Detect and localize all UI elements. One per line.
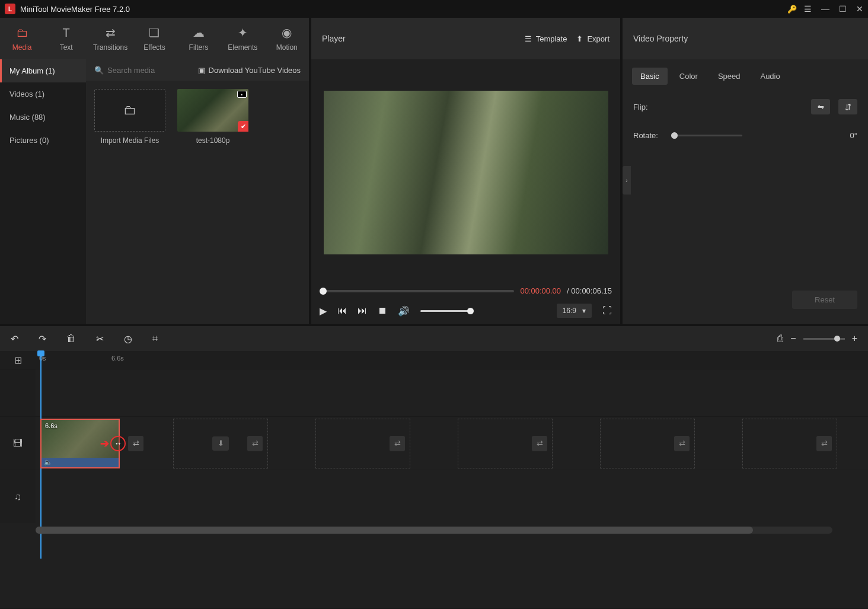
export-icon: ⬆	[576, 34, 583, 43]
volume-slider[interactable]	[420, 310, 474, 312]
video-badge-icon: ▪	[237, 91, 247, 98]
timeline-panel: ↶ ↷ 🗑 ✂ ◷ ⌗ ⎙ − + ⊞ 0s 6.6s 🎞 6.6s 🔈 ➔	[0, 324, 868, 608]
player-panel: Player ☰Template ⬆Export 00:00:00.00 / 0…	[311, 18, 623, 324]
timeline-scrollbar[interactable]	[36, 527, 832, 534]
play-button[interactable]: ▶	[320, 305, 327, 317]
add-track-button[interactable]: ⊞	[0, 351, 36, 369]
property-title: Video Property	[623, 18, 868, 59]
speed-button[interactable]: ◷	[124, 333, 132, 345]
sidebar-item-music[interactable]: Music (88)	[0, 106, 86, 129]
fullscreen-button[interactable]: ⛶	[602, 305, 612, 316]
crop-button[interactable]: ⌗	[152, 333, 158, 344]
maximize-button[interactable]: ☐	[839, 4, 847, 14]
video-preview[interactable]	[324, 91, 608, 254]
speaker-icon: 🔈	[44, 458, 52, 466]
tab-elements[interactable]: ✦Elements	[221, 18, 264, 59]
title-bar: L MiniTool MovieMaker Free 7.2.0 🔑 ☰ — ☐…	[0, 0, 868, 18]
search-icon: 🔍	[94, 66, 104, 75]
timeline-clip[interactable]: 6.6s 🔈 ➔ ↔ ⇄	[40, 419, 120, 468]
property-panel: Video Property Basic Color Speed Audio F…	[623, 18, 868, 324]
video-track[interactable]: 6.6s 🔈 ➔ ↔ ⇄ ⬇⇄ ⇄ ⇄ ⇄ ⇄	[36, 417, 868, 470]
chevron-down-icon: ▾	[582, 307, 586, 315]
reset-button[interactable]: Reset	[792, 291, 857, 309]
sidebar-item-pictures[interactable]: Pictures (0)	[0, 129, 86, 152]
video-track-icon: 🎞	[0, 417, 36, 470]
app-title: MiniTool MovieMaker Free 7.2.0	[20, 5, 787, 14]
app-logo-icon: L	[5, 4, 15, 14]
zoom-slider[interactable]	[803, 338, 845, 340]
collapse-panel-button[interactable]: ›	[623, 166, 631, 195]
filters-icon: ☁	[193, 25, 205, 40]
audio-track-icon: ♫	[0, 470, 36, 523]
flip-horizontal-button[interactable]: ⇋	[811, 99, 830, 114]
transitions-icon: ⇄	[106, 25, 116, 40]
export-button[interactable]: ⬆Export	[576, 34, 609, 43]
add-media-icon: ⬇	[212, 436, 229, 451]
redo-button[interactable]: ↷	[39, 333, 46, 345]
transition-slot-icon[interactable]: ⇄	[247, 436, 263, 451]
zoom-fit-icon[interactable]: ⎙	[777, 333, 783, 344]
prop-tab-basic[interactable]: Basic	[632, 68, 668, 85]
resize-handle-annotation[interactable]: ↔	[110, 436, 126, 451]
prop-tab-speed[interactable]: Speed	[710, 68, 749, 85]
minimize-button[interactable]: —	[821, 4, 829, 14]
flip-label: Flip:	[633, 103, 663, 111]
sidebar-item-my-album[interactable]: My Album (1)	[0, 59, 86, 82]
youtube-icon: ▣	[198, 66, 205, 75]
volume-icon[interactable]: 🔊	[398, 305, 410, 317]
top-tabs: 🗀Media TText ⇄Transitions ❏Effects ☁Filt…	[0, 18, 309, 59]
zoom-out-button[interactable]: −	[790, 333, 796, 344]
transition-slot-icon[interactable]: ⇄	[816, 436, 832, 451]
import-media-card[interactable]: 🗀 Import Media Files	[94, 89, 165, 145]
tab-filters[interactable]: ☁Filters	[177, 18, 221, 59]
media-panel: 🗀Media TText ⇄Transitions ❏Effects ☁Filt…	[0, 18, 311, 324]
folder-icon: 🗀	[123, 103, 136, 118]
media-clip-card[interactable]: ▪ ✔ test-1080p	[177, 89, 248, 145]
transition-slot-icon[interactable]: ⇄	[674, 436, 690, 451]
empty-clip-slot[interactable]: ⇄	[600, 419, 695, 468]
undo-button[interactable]: ↶	[11, 333, 18, 345]
sidebar-item-videos[interactable]: Videos (1)	[0, 82, 86, 106]
download-youtube-link[interactable]: ▣ Download YouTube Videos	[198, 66, 301, 75]
drag-arrow-annotation: ➔	[100, 437, 109, 450]
close-button[interactable]: ✕	[856, 4, 863, 14]
hamburger-menu-icon[interactable]: ☰	[804, 4, 812, 14]
empty-clip-slot[interactable]: ⇄	[742, 419, 837, 468]
search-input[interactable]	[107, 66, 178, 75]
time-total: / 00:00:06.15	[567, 286, 612, 295]
key-icon[interactable]: 🔑	[787, 5, 797, 14]
progress-slider[interactable]	[320, 290, 514, 292]
transition-slot-icon[interactable]: ⇄	[532, 436, 547, 451]
prop-tab-audio[interactable]: Audio	[752, 68, 788, 85]
timeline-ruler[interactable]: 0s 6.6s	[36, 351, 868, 369]
tab-motion[interactable]: ◉Motion	[265, 18, 309, 59]
text-icon: T	[63, 26, 70, 40]
stop-button[interactable]: ⏹	[378, 305, 387, 316]
transition-slot-icon[interactable]: ⇄	[390, 436, 405, 451]
prev-frame-button[interactable]: ⏮	[337, 305, 347, 316]
empty-clip-slot[interactable]: ⬇⇄	[173, 419, 268, 468]
tab-text[interactable]: TText	[44, 18, 88, 59]
folder-icon: 🗀	[16, 26, 28, 40]
tab-transitions[interactable]: ⇄Transitions	[88, 18, 132, 59]
transition-slot-icon[interactable]: ⇄	[128, 436, 143, 451]
motion-icon: ◉	[282, 25, 292, 40]
rotate-slider[interactable]	[671, 135, 742, 136]
zoom-in-button[interactable]: +	[852, 333, 857, 344]
next-frame-button[interactable]: ⏭	[358, 305, 367, 316]
split-button[interactable]: ✂	[96, 333, 104, 345]
overlay-track[interactable]	[36, 369, 868, 416]
rotate-label: Rotate:	[633, 131, 663, 140]
rotate-value: 0°	[850, 131, 857, 140]
template-button[interactable]: ☰Template	[525, 34, 567, 43]
audio-track[interactable]	[36, 470, 868, 523]
tab-effects[interactable]: ❏Effects	[132, 18, 176, 59]
flip-vertical-button[interactable]: ⇵	[838, 99, 857, 114]
delete-button[interactable]: 🗑	[66, 333, 76, 344]
tab-media[interactable]: 🗀Media	[0, 18, 44, 59]
empty-clip-slot[interactable]: ⇄	[315, 419, 410, 468]
aspect-ratio-select[interactable]: 16:9▾	[557, 304, 592, 318]
media-toolbar: 🔍 ▣ Download YouTube Videos	[86, 59, 309, 81]
empty-clip-slot[interactable]: ⇄	[458, 419, 553, 468]
prop-tab-color[interactable]: Color	[671, 68, 706, 85]
